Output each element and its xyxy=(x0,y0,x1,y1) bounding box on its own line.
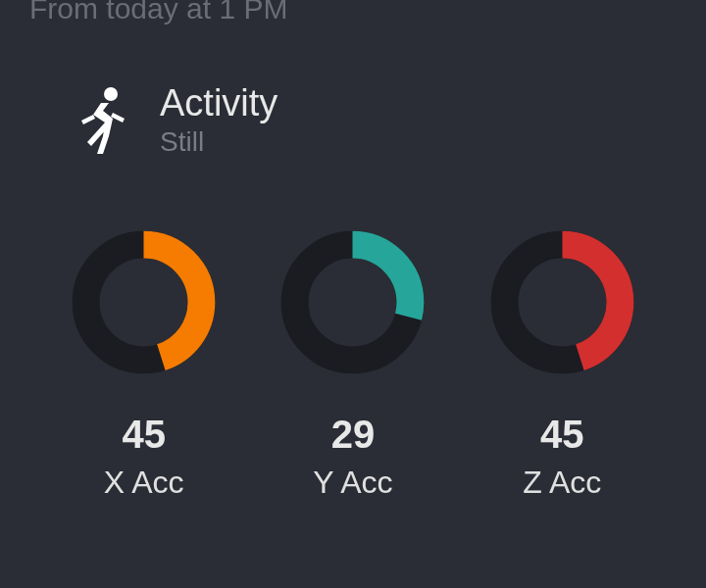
activity-status: Still xyxy=(160,126,277,158)
gauges-row: 45 X Acc 29 Y Acc 45 Z Acc xyxy=(0,158,706,501)
running-person-icon xyxy=(74,85,130,156)
activity-title: Activity xyxy=(160,83,277,124)
activity-text-block: Activity Still xyxy=(160,83,277,158)
timestamp-text: From today at 1 PM xyxy=(29,0,287,25)
gauge-value-z: 45 xyxy=(540,413,584,457)
gauge-value-x: 45 xyxy=(122,413,166,457)
gauge-x-acc: 45 X Acc xyxy=(68,226,220,501)
gauge-ring-y xyxy=(277,226,429,378)
gauge-y-acc: 29 Y Acc xyxy=(277,226,429,501)
svg-point-0 xyxy=(104,87,118,101)
gauge-value-y: 29 xyxy=(331,413,376,457)
gauge-label-z: Z Acc xyxy=(523,465,601,501)
gauge-ring-x xyxy=(68,226,220,378)
gauge-label-x: X Acc xyxy=(104,465,184,501)
gauge-z-acc: 45 Z Acc xyxy=(486,226,638,501)
gauge-label-y: Y Acc xyxy=(313,465,392,501)
gauge-ring-z xyxy=(486,226,638,378)
